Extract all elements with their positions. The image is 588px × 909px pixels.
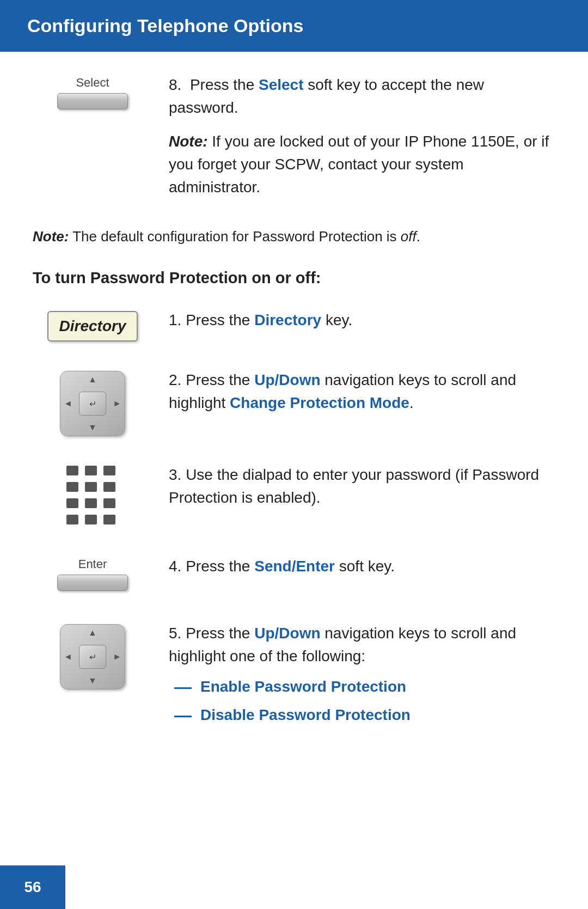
navigation-key-image: ▲ ▼ ◄ ► ↵ xyxy=(60,371,125,436)
directory-key-label: Directory xyxy=(59,318,126,334)
page-number: 56 xyxy=(24,879,41,896)
enable-password-label: Enable Password Protection xyxy=(200,675,406,698)
nav-center-button-2: ↵ xyxy=(79,645,106,669)
directory-key-icon: Directory xyxy=(33,309,152,341)
step-2-row: ▲ ▼ ◄ ► ↵ 2. Press the Up/Down navigatio… xyxy=(33,369,555,436)
default-note: Note: The default configuration for Pass… xyxy=(33,226,555,247)
nav-up-arrow: ▲ xyxy=(88,375,97,385)
dialpad-image xyxy=(66,466,119,528)
dialpad-key-6 xyxy=(103,482,115,492)
send-enter-link: Send/Enter xyxy=(254,558,335,575)
directory-button-image: Directory xyxy=(47,311,138,341)
disable-password-label: Disable Password Protection xyxy=(200,704,411,727)
disable-password-item: — Disable Password Protection xyxy=(174,704,555,727)
dialpad-key-hash xyxy=(103,515,115,524)
enter-button-image xyxy=(57,575,128,591)
step-8-note: Note: If you are locked out of your IP P… xyxy=(169,130,555,199)
dialpad-key-9 xyxy=(103,498,115,508)
bullet-dash-2: — xyxy=(174,706,192,724)
change-protection-link: Change Protection Mode xyxy=(230,394,409,411)
updown-link-2: Up/Down xyxy=(254,625,320,642)
step-1-text: 1. Press the Directory key. xyxy=(152,309,555,332)
nav-key-icon: ▲ ▼ ◄ ► ↵ xyxy=(33,369,152,436)
nav-key-2-icon: ▲ ▼ ◄ ► ↵ xyxy=(33,622,152,690)
nav-down-arrow: ▼ xyxy=(88,423,97,432)
nav-up-arrow-2: ▲ xyxy=(88,628,97,638)
enter-key-label: Enter xyxy=(57,557,128,571)
dialpad-key-5 xyxy=(85,482,97,492)
updown-link-1: Up/Down xyxy=(254,371,320,388)
step-8-row: Select 8. Press the Select soft key to a… xyxy=(33,74,555,199)
nav-right-arrow: ► xyxy=(113,399,121,408)
nav-center-button: ↵ xyxy=(79,392,106,416)
step-5-text: 5. Press the Up/Down navigation keys to … xyxy=(152,622,555,732)
step-1-number: 1. xyxy=(169,312,181,328)
dialpad-key-7 xyxy=(66,498,78,508)
page-footer: 56 xyxy=(0,865,65,909)
enable-password-item: — Enable Password Protection xyxy=(174,675,555,698)
step-2-text: 2. Press the Up/Down navigation keys to … xyxy=(152,369,555,414)
password-options-list: — Enable Password Protection — Disable P… xyxy=(174,675,555,727)
step-8-text: 8. Press the Select soft key to accept t… xyxy=(152,74,555,199)
step-4-row: Enter 4. Press the Send/Enter soft key. xyxy=(33,555,555,595)
dialpad-key-star xyxy=(66,515,78,524)
dialpad-key-8 xyxy=(85,498,97,508)
dialpad-key-0 xyxy=(85,515,97,524)
page-content: Select 8. Press the Select soft key to a… xyxy=(0,74,588,803)
step-3-row: 3. Use the dialpad to enter your passwor… xyxy=(33,463,555,528)
page-title: Configuring Telephone Options xyxy=(27,15,303,36)
nav-down-arrow-2: ▼ xyxy=(88,676,97,686)
directory-link: Directory xyxy=(254,312,321,328)
dialpad-key-2 xyxy=(85,466,97,475)
dialpad-key-3 xyxy=(103,466,115,475)
select-button-image xyxy=(57,93,128,109)
bullet-dash-1: — xyxy=(174,678,192,696)
select-key-icon: Select xyxy=(33,74,152,113)
section-heading: To turn Password Protection on or off: xyxy=(33,269,555,287)
step-3-text: 3. Use the dialpad to enter your passwor… xyxy=(152,463,555,509)
page-header: Configuring Telephone Options xyxy=(0,0,588,52)
enter-key-icon: Enter xyxy=(33,555,152,595)
navigation-key-2-image: ▲ ▼ ◄ ► ↵ xyxy=(60,624,125,690)
step-1-row: Directory 1. Press the Directory key. xyxy=(33,309,555,341)
select-link: Select xyxy=(259,76,304,93)
step-8-instruction: 8. Press the Select soft key to accept t… xyxy=(169,74,555,119)
select-key-label: Select xyxy=(57,76,128,90)
step-5-row: ▲ ▼ ◄ ► ↵ 5. Press the Up/Down navigatio… xyxy=(33,622,555,732)
nav-left-arrow: ◄ xyxy=(64,399,72,408)
nav-right-arrow-2: ► xyxy=(113,652,121,662)
step-4-text: 4. Press the Send/Enter soft key. xyxy=(152,555,555,578)
nav-left-arrow-2: ◄ xyxy=(64,652,72,662)
dialpad-key-4 xyxy=(66,482,78,492)
dialpad-key-1 xyxy=(66,466,78,475)
dialpad-icon xyxy=(33,463,152,528)
